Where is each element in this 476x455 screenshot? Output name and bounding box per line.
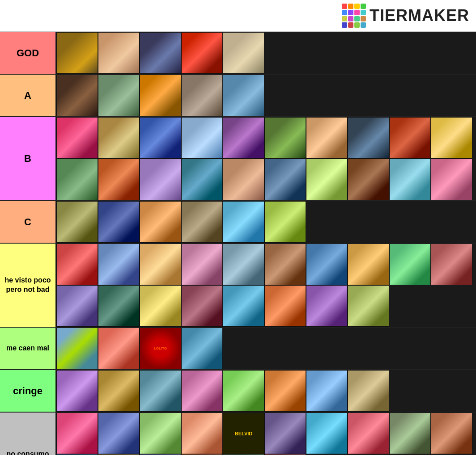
tier-image-hv-16[interactable]: [306, 285, 348, 327]
tier-image-hv-1[interactable]: [98, 244, 140, 285]
tier-image-b-10[interactable]: [56, 159, 98, 200]
tier-image-hv-10[interactable]: [56, 285, 98, 327]
tier-label-mc: me caen mal: [0, 328, 56, 369]
tier-label-nc: no consumo: [0, 413, 56, 455]
tier-image-god-4[interactable]: [223, 32, 264, 74]
tiermaker-logo: TiERMAKER: [342, 4, 469, 28]
tier-image-b-11[interactable]: [98, 159, 140, 200]
logo-grid: [342, 4, 366, 28]
tier-row-mc: me caen malLOLITO: [0, 328, 476, 370]
tier-image-a-4[interactable]: [223, 75, 264, 116]
tier-image-hv-15[interactable]: [264, 285, 306, 327]
tier-image-b-0[interactable]: [56, 117, 98, 159]
tier-row-b: B: [0, 117, 476, 201]
tier-image-b-17[interactable]: [348, 159, 389, 200]
tier-label-hv: he visto poco pero not bad: [0, 244, 56, 327]
tier-image-b-18[interactable]: [389, 159, 431, 200]
tier-image-nc-5[interactable]: [264, 413, 306, 454]
tier-image-cr-0[interactable]: [56, 370, 98, 412]
tier-image-b-2[interactable]: [140, 117, 181, 159]
tier-image-b-5[interactable]: [264, 117, 306, 159]
tier-image-hv-6[interactable]: [306, 244, 348, 285]
tier-image-b-4[interactable]: [223, 117, 264, 159]
logo-title: TiERMAKER: [370, 6, 469, 25]
tier-image-nc-3[interactable]: [181, 413, 223, 454]
tier-image-mc-1[interactable]: [98, 328, 140, 369]
tier-label-b: B: [0, 117, 56, 200]
tier-image-a-3[interactable]: [181, 75, 223, 116]
tier-image-nc-4[interactable]: BELVID: [223, 413, 264, 454]
tier-image-nc-8[interactable]: [389, 413, 431, 454]
tier-image-c-2[interactable]: [140, 201, 181, 243]
tier-image-b-13[interactable]: [181, 159, 223, 200]
tier-image-a-0[interactable]: [56, 75, 98, 116]
tier-image-c-4[interactable]: [223, 201, 264, 243]
tier-image-nc-2[interactable]: [140, 413, 181, 454]
tier-image-hv-11[interactable]: [98, 285, 140, 327]
tier-image-cr-1[interactable]: [98, 370, 140, 412]
tier-image-hv-2[interactable]: [140, 244, 181, 285]
tier-image-nc-9[interactable]: [431, 413, 472, 454]
tier-image-b-1[interactable]: [98, 117, 140, 159]
tier-row-c: C: [0, 201, 476, 244]
tier-image-god-3[interactable]: [181, 32, 223, 74]
tier-image-nc-6[interactable]: [306, 413, 348, 454]
tier-image-nc-1[interactable]: [98, 413, 140, 454]
tier-image-cr-4[interactable]: [223, 370, 264, 412]
tier-image-b-9[interactable]: [431, 117, 472, 159]
tier-image-hv-5[interactable]: [264, 244, 306, 285]
tier-content-a: [56, 75, 476, 116]
tier-row-hv: he visto poco pero not bad: [0, 244, 476, 328]
tier-image-b-3[interactable]: [181, 117, 223, 159]
tier-image-hv-8[interactable]: [389, 244, 431, 285]
tier-image-hv-12[interactable]: [140, 285, 181, 327]
tier-row-cr: cringe: [0, 370, 476, 413]
tier-image-hv-9[interactable]: [431, 244, 472, 285]
tier-content-b: [56, 117, 476, 200]
tier-image-hv-7[interactable]: [348, 244, 389, 285]
tier-image-b-14[interactable]: [223, 159, 264, 200]
tier-row-nc: no consumoBELVID: [0, 413, 476, 455]
tier-row-god: GOD: [0, 32, 476, 75]
tier-row-a: A: [0, 75, 476, 117]
tier-image-cr-2[interactable]: [140, 370, 181, 412]
tier-image-b-8[interactable]: [389, 117, 431, 159]
tier-image-b-6[interactable]: [306, 117, 348, 159]
tier-label-god: GOD: [0, 32, 56, 74]
tier-content-god: [56, 32, 476, 74]
tier-image-hv-13[interactable]: [181, 285, 223, 327]
tier-image-hv-0[interactable]: [56, 244, 98, 285]
tier-image-hv-4[interactable]: [223, 244, 264, 285]
tier-image-nc-7[interactable]: [348, 413, 389, 454]
tier-image-cr-3[interactable]: [181, 370, 223, 412]
tier-image-hv-3[interactable]: [181, 244, 223, 285]
tier-image-god-1[interactable]: [98, 32, 140, 74]
tier-image-c-0[interactable]: [56, 201, 98, 243]
tier-image-b-12[interactable]: [140, 159, 181, 200]
tier-image-c-1[interactable]: [98, 201, 140, 243]
tier-image-c-5[interactable]: [264, 201, 306, 243]
tier-image-b-19[interactable]: [431, 159, 472, 200]
tier-content-nc: BELVID: [56, 413, 476, 455]
tier-image-hv-14[interactable]: [223, 285, 264, 327]
tier-image-c-3[interactable]: [181, 201, 223, 243]
tier-label-c: C: [0, 201, 56, 243]
tier-label-cr: cringe: [0, 370, 56, 412]
tier-image-b-7[interactable]: [348, 117, 389, 159]
tier-image-mc-3[interactable]: [181, 328, 223, 369]
tier-image-b-16[interactable]: [306, 159, 348, 200]
tier-label-a: A: [0, 75, 56, 116]
tier-image-cr-7[interactable]: [348, 370, 389, 412]
tier-image-a-1[interactable]: [98, 75, 140, 116]
tier-image-mc-0[interactable]: [56, 328, 98, 369]
tier-image-mc-2[interactable]: LOLITO: [140, 328, 181, 369]
tier-image-cr-6[interactable]: [306, 370, 348, 412]
tier-image-god-2[interactable]: [140, 32, 181, 74]
tier-image-b-15[interactable]: [264, 159, 306, 200]
tier-image-cr-5[interactable]: [264, 370, 306, 412]
tier-image-god-0[interactable]: [56, 32, 98, 74]
tier-image-hv-17[interactable]: [348, 285, 389, 327]
tier-image-a-2[interactable]: [140, 75, 181, 116]
tier-image-nc-0[interactable]: [56, 413, 98, 454]
tier-content-mc: LOLITO: [56, 328, 476, 369]
